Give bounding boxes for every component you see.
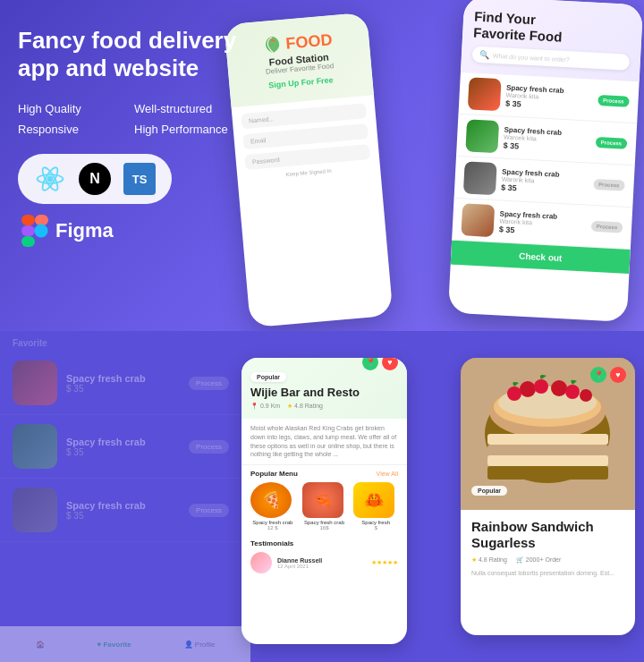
- food-photo-card: 📍 ♥ Popular Rainbow SandwichSugarless ★ …: [461, 358, 635, 635]
- bg-list-item-1: Spacy fresh crab $ 35 Process: [0, 352, 242, 415]
- top-section: Fancy food delivery app and website High…: [0, 0, 644, 331]
- nav-tab-favorite[interactable]: ♥ Favorite: [97, 641, 131, 649]
- popular-badge: Popular: [250, 372, 286, 382]
- menu-item-price-3: $: [353, 525, 398, 530]
- menu-item-img-3: 🦀: [353, 482, 394, 518]
- process-btn-1[interactable]: Process: [597, 95, 630, 107]
- testimonial-info: Dianne Russell 12 April 2021: [277, 557, 366, 569]
- testimonial-avatar: [250, 552, 272, 573]
- svg-point-15: [520, 381, 536, 397]
- bg-list-item-3: Spacy fresh crab $ 35 Process: [0, 479, 242, 542]
- bg-thumb-2: [13, 424, 57, 469]
- food-thumb-2: [465, 119, 499, 153]
- left-content: Fancy food delivery app and website High…: [18, 27, 250, 247]
- food-info-3: Spacy fresh crab Warorik kita $ 35: [501, 167, 589, 196]
- bg-price-2: $ 35: [66, 447, 180, 457]
- resto-icons: 📍 ♥: [362, 358, 398, 370]
- search-bar[interactable]: 🔍 What do you want to order?: [472, 47, 631, 71]
- popular-menu-label: Popular Menu: [250, 470, 298, 478]
- feature-responsive: Responsive: [18, 121, 134, 138]
- search-placeholder-text: What do you want to order?: [493, 52, 570, 62]
- food-thumb-4: [461, 203, 495, 237]
- process-btn-3[interactable]: Process: [593, 179, 625, 191]
- bottom-section: Favorite Spacy fresh crab $ 35 Process S…: [0, 331, 644, 662]
- bg-list-item-2: Spacy fresh crab $ 35 Process: [0, 415, 242, 479]
- bg-price-3: $ 35: [66, 511, 180, 521]
- figma-row: Figma: [18, 215, 250, 247]
- search-icon: 🔍: [479, 50, 490, 60]
- menu-item-img-1: 🍕: [250, 482, 292, 518]
- tech-badges: N TS: [18, 154, 172, 204]
- svg-rect-21: [487, 445, 608, 455]
- main-title: Fancy food delivery app and website: [18, 27, 250, 82]
- phone-food-list: Find YourFavorite Food 🔍 What do you wan…: [448, 0, 643, 322]
- food-popular-badge: Popular: [471, 486, 507, 496]
- svg-rect-22: [487, 455, 608, 466]
- resto-rating: ★ 4.8 Rating: [287, 403, 323, 410]
- food-rating: ★ 4.8 Rating: [471, 556, 507, 564]
- menu-item-img-2: 🦐: [302, 482, 343, 518]
- svg-point-17: [551, 380, 567, 396]
- food-photo-image: 📍 ♥ Popular: [461, 358, 635, 510]
- svg-rect-7: [21, 236, 35, 247]
- menu-item-2: 🦐 Spacy fresh crab 16$: [302, 482, 347, 530]
- svg-rect-20: [487, 434, 608, 445]
- bg-btn-3: Process: [189, 504, 229, 517]
- food-thumb-3: [463, 161, 497, 195]
- food-pin-icon[interactable]: 📍: [590, 367, 606, 383]
- bg-favorite-label: Favorite: [0, 331, 242, 352]
- bg-btn-2: Process: [189, 440, 229, 454]
- heart-icon[interactable]: ♥: [382, 358, 398, 370]
- bottom-nav: 🏠 ♥ Favorite 👤 Profile: [0, 626, 250, 662]
- nav-tab-profile[interactable]: 👤 Profile: [184, 641, 216, 649]
- process-btn-2[interactable]: Process: [595, 137, 627, 149]
- food-heart-icon[interactable]: ♥: [610, 367, 626, 383]
- food-description: Nulla consequat lobortis presentation do…: [461, 569, 635, 578]
- bg-btn-1: Process: [189, 377, 229, 390]
- svg-point-0: [47, 176, 53, 182]
- bg-thumb-3: [13, 488, 57, 532]
- bg-thumb-1: [13, 361, 57, 405]
- resto-name: Wijie Bar and Resto: [250, 386, 398, 399]
- bg-name-3: Spacy fresh crab: [66, 500, 180, 511]
- svg-point-16: [534, 379, 548, 394]
- food-photo-icons: 📍 ♥: [590, 367, 626, 383]
- svg-point-19: [580, 389, 592, 402]
- phone-signin-form: Named... Email Password Keep Me Signed I…: [232, 95, 381, 189]
- svg-point-14: [507, 386, 521, 401]
- feature-high-quality: High Quality: [18, 100, 134, 117]
- features-grid: High Quality Well-structured Responsive …: [18, 100, 250, 138]
- testimonial-item: Dianne Russell 12 April 2021 ★★★★★: [242, 549, 407, 576]
- figma-label: Figma: [55, 219, 114, 242]
- bg-info-1: Spacy fresh crab $ 35: [66, 373, 180, 394]
- resto-header: Popular 📍 ♥ Wijie Bar and Resto 📍 0.9 Km…: [242, 358, 407, 419]
- food-thumb-1: [468, 77, 502, 111]
- svg-rect-4: [21, 215, 35, 225]
- popular-menu-row: Popular Menu View All: [242, 465, 407, 482]
- bg-name-1: Spacy fresh crab: [66, 373, 180, 384]
- resto-km: 📍 0.9 Km: [250, 403, 280, 410]
- menu-item-3: 🦀 Spacy fresh $: [353, 482, 398, 530]
- food-photo-overlay: Popular: [461, 471, 635, 510]
- menu-item-price-1: 12 $: [250, 525, 295, 530]
- testimonial-name: Dianne Russell: [277, 557, 366, 564]
- typescript-icon: TS: [123, 163, 156, 195]
- bg-food-list: Favorite Spacy fresh crab $ 35 Process S…: [0, 331, 242, 662]
- bg-name-2: Spacy fresh crab: [66, 437, 180, 447]
- location-pin-icon[interactable]: 📍: [362, 358, 378, 370]
- figma-icon: [21, 215, 48, 247]
- bg-info-3: Spacy fresh crab $ 35: [66, 500, 180, 521]
- food-orders: 🛒 2000+ Order: [516, 556, 561, 564]
- nav-tab-home[interactable]: 🏠: [36, 641, 45, 649]
- svg-rect-6: [21, 225, 35, 236]
- find-title: Find YourFavorite Food: [473, 9, 632, 49]
- view-all-link[interactable]: View All: [377, 471, 398, 477]
- svg-point-18: [565, 385, 580, 399]
- process-btn-4[interactable]: Process: [590, 221, 623, 233]
- testimonial-date: 12 April 2021: [277, 564, 366, 569]
- menu-item-1: 🍕 Spacy fresh crab 12 $: [250, 482, 295, 530]
- food-info-1: Spacy fresh crab Warorik kita $ 35: [505, 83, 593, 112]
- react-icon: [34, 163, 66, 195]
- resto-description: Moist whole Alaskan Red King Crabs get b…: [242, 419, 407, 465]
- feature-high-performance: High Performance: [134, 121, 250, 138]
